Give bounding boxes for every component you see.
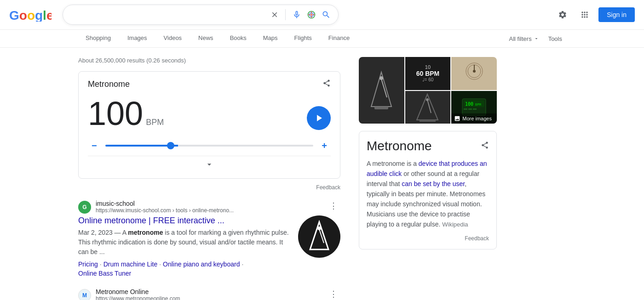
search-submit-button[interactable]	[321, 9, 332, 20]
search-tabs: Shopping Images Videos News Books Maps F…	[0, 30, 644, 48]
result-link-bass[interactable]: Online Bass Tuner	[78, 270, 131, 277]
result-snippet-1: Mar 2, 2023 — A metronome is a tool for …	[78, 228, 291, 257]
result-top-2: M Metronome Online https://www.metronome…	[78, 288, 340, 300]
site-url-2: https://www.metronomeonline.com	[96, 295, 322, 300]
metronome-widget: Metronome 100 BPM − +	[78, 71, 340, 179]
image-cell-2[interactable]: 10 60 BPM ♩= 60	[405, 57, 451, 90]
tools-button[interactable]: Tools	[545, 31, 566, 47]
widget-header: Metronome	[88, 79, 331, 90]
settings-button[interactable]	[554, 6, 571, 23]
image-search-button[interactable]	[306, 9, 317, 20]
image-cell-5[interactable]: 100 BPM More images	[451, 91, 497, 124]
favicon-2: M	[78, 289, 91, 300]
tab-images[interactable]: Images	[120, 30, 155, 47]
svg-text:100: 100	[465, 102, 473, 107]
result-top-1: G imusic-school https://www.imusic-schoo…	[78, 200, 340, 214]
search-result-2: M Metronome Online https://www.metronome…	[78, 288, 340, 300]
result-title-1[interactable]: Online metronome | FREE interactive ...	[78, 215, 291, 226]
main-content: About 26,500,000 results (0.26 seconds) …	[0, 48, 644, 300]
voice-search-button[interactable]	[291, 9, 302, 20]
apps-button[interactable]	[576, 6, 593, 23]
tab-maps[interactable]: Maps	[256, 30, 285, 47]
image-grid: 10 60 BPM ♩= 60	[359, 57, 497, 124]
search-divider	[285, 9, 286, 20]
result-menu-2[interactable]: ⋮	[327, 288, 340, 300]
site-url-1: https://www.imusic-school.com › tools › …	[96, 207, 322, 214]
widget-expand-button[interactable]	[205, 160, 214, 171]
result-link-drum[interactable]: Drum machine Lite	[104, 260, 158, 268]
result-content-1: Online metronome | FREE interactive ... …	[78, 215, 291, 277]
bpm-row: 100 BPM	[88, 97, 331, 139]
svg-marker-3	[310, 222, 328, 249]
right-column: 10 60 BPM ♩= 60	[359, 57, 566, 300]
sign-in-button[interactable]: Sign in	[598, 7, 635, 22]
result-body-1: Online metronome | FREE interactive ... …	[78, 215, 340, 277]
svg-rect-14	[374, 107, 388, 109]
left-column: About 26,500,000 results (0.26 seconds) …	[78, 57, 340, 300]
result-link-pricing[interactable]: Pricing	[78, 260, 98, 268]
search-input[interactable]: Metronome	[69, 11, 266, 19]
bpm-display: 100 BPM	[88, 97, 164, 130]
svg-rect-29	[473, 108, 477, 110]
kp-wikipedia-link[interactable]: Wikipedia	[442, 221, 468, 228]
bpm-increase-button[interactable]: +	[318, 139, 331, 152]
kp-link-device[interactable]: device that produces an audible click	[367, 160, 487, 177]
play-button[interactable]	[307, 106, 331, 130]
bpm-controls-row: − +	[88, 139, 331, 152]
svg-marker-19	[417, 94, 438, 120]
tab-finance[interactable]: Finance	[321, 30, 357, 47]
all-filters-label: All filters	[509, 35, 532, 42]
tab-videos[interactable]: Videos	[156, 30, 190, 47]
widget-share-button[interactable]	[322, 79, 331, 90]
bpm-number: 100	[88, 97, 143, 130]
tab-shopping[interactable]: Shopping	[78, 30, 118, 47]
kp-feedback[interactable]: Feedback	[367, 235, 489, 242]
more-images-overlay[interactable]: More images	[451, 113, 497, 124]
svg-text:BPM: BPM	[475, 103, 481, 107]
tabs-right: All filters Tools	[506, 31, 566, 47]
kp-link-set[interactable]: can be set by the user	[402, 180, 465, 187]
search-result-1: G imusic-school https://www.imusic-schoo…	[78, 200, 340, 277]
image-cell-4[interactable]	[405, 91, 451, 124]
site-name-2: Metronome Online	[96, 288, 322, 295]
header: Google Metronome Sign in	[0, 0, 644, 30]
result-link-piano[interactable]: Online piano and keyboard	[163, 260, 240, 268]
clear-search-button[interactable]	[270, 10, 280, 20]
svg-line-4	[319, 229, 324, 243]
bpm-label: BPM	[146, 118, 164, 127]
image-cell-3[interactable]	[451, 57, 497, 90]
svg-rect-28	[468, 108, 472, 110]
tab-flights[interactable]: Flights	[287, 30, 319, 47]
search-bar: Metronome	[63, 5, 339, 25]
site-info-2: Metronome Online https://www.metronomeon…	[96, 288, 322, 300]
header-right: Sign in	[554, 6, 635, 23]
site-info-1: imusic-school https://www.imusic-school.…	[96, 200, 322, 214]
kp-title: Metronome	[367, 139, 432, 153]
result-menu-1[interactable]: ⋮	[327, 200, 340, 212]
svg-point-13	[380, 76, 383, 80]
tab-news[interactable]: News	[191, 30, 221, 47]
site-name-1: imusic-school	[96, 200, 322, 207]
kp-share-button[interactable]	[481, 141, 489, 152]
widget-title: Metronome	[88, 79, 130, 89]
all-filters-button[interactable]: All filters	[506, 31, 543, 47]
widget-feedback[interactable]: Feedback	[78, 184, 340, 191]
result-thumb-1	[298, 215, 340, 258]
image-cell-1[interactable]	[359, 57, 404, 124]
kp-description: A metronome is a device that produces an…	[367, 159, 489, 230]
svg-rect-27	[464, 108, 467, 110]
image-panel: 10 60 BPM ♩= 60	[359, 57, 566, 124]
svg-text:Google: Google	[9, 8, 52, 22]
bpm-slider[interactable]	[105, 145, 314, 147]
widget-expand	[88, 156, 331, 171]
bpm-decrease-button[interactable]: −	[88, 139, 101, 152]
tab-books[interactable]: Books	[223, 30, 254, 47]
favicon-1: G	[78, 201, 91, 214]
more-images-label: More images	[462, 116, 492, 121]
svg-rect-22	[420, 120, 436, 122]
kp-title-row: Metronome	[367, 139, 489, 153]
result-links-1: Pricing · Drum machine Lite · Online pia…	[78, 260, 291, 277]
google-logo: Google	[9, 8, 52, 22]
results-count: About 26,500,000 results (0.26 seconds)	[78, 57, 340, 64]
svg-point-5	[317, 226, 321, 230]
